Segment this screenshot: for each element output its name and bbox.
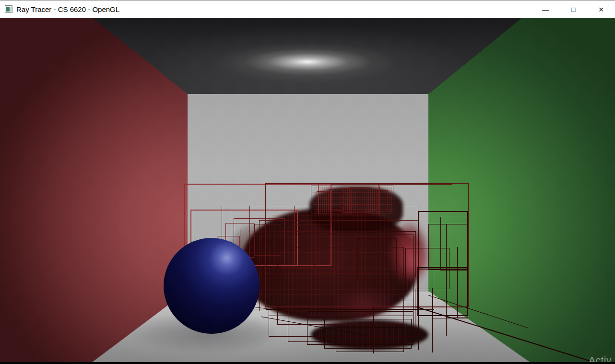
bvh-box — [317, 191, 325, 210]
close-button[interactable]: ✕ — [587, 0, 615, 18]
bvh-line — [446, 269, 447, 336]
bvh-line — [457, 247, 458, 317]
bottom-edge-strip — [0, 362, 615, 364]
window-title: Ray Tracer - CS 6620 - OpenGL — [16, 0, 119, 18]
opengl-viewport[interactable]: Activ — [0, 18, 615, 364]
app-window: Ray Tracer - CS 6620 - OpenGL — □ ✕ Acti… — [0, 0, 615, 364]
close-icon: ✕ — [598, 6, 604, 13]
app-icon — [5, 5, 12, 13]
maximize-button[interactable]: □ — [559, 0, 587, 18]
window-controls: — □ ✕ — [532, 0, 615, 18]
bvh-line — [373, 307, 374, 353]
minimize-icon: — — [542, 6, 549, 13]
bvh-box — [356, 191, 364, 206]
bvh-box — [254, 224, 281, 256]
bvh-box — [338, 193, 344, 206]
bvh-box — [405, 248, 449, 289]
minimize-button[interactable]: — — [532, 0, 559, 18]
blue-sphere — [164, 238, 260, 334]
bvh-line — [418, 259, 419, 350]
app-icon-strip — [11, 7, 12, 12]
bvh-line — [266, 309, 434, 310]
maximize-icon: □ — [571, 6, 575, 13]
bvh-line — [331, 184, 452, 185]
app-icon-pane — [6, 7, 10, 12]
title-bar[interactable]: Ray Tracer - CS 6620 - OpenGL — □ ✕ — [0, 0, 615, 18]
bvh-box — [377, 190, 388, 210]
bvh-box — [336, 327, 404, 352]
bvh-line — [432, 288, 433, 352]
